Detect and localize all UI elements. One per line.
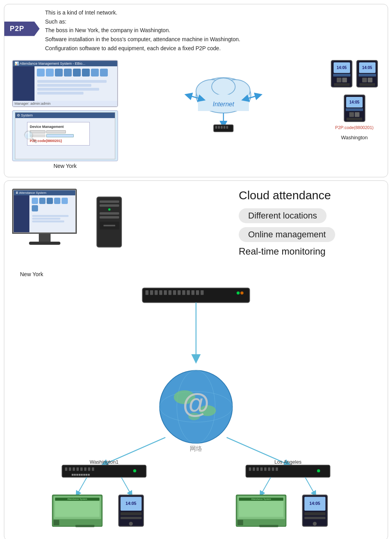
svg-text:Attendance System: Attendance System [67,498,87,501]
p2p-center: Internet [122,60,325,138]
svg-rect-57 [249,468,251,471]
tower-pc [96,197,122,248]
svg-rect-30 [201,290,204,295]
svg-rect-63 [272,468,274,471]
svg-line-69 [261,477,270,494]
svg-rect-26 [182,290,185,295]
svg-text:■■■■■■■■: ■■■■■■■■ [71,472,90,477]
monitor-base [29,242,60,245]
svg-rect-24 [173,290,176,295]
cloud-left: 🖥 Attendance System [12,189,231,277]
internet-diagram-svg: Internet [180,60,267,138]
svg-rect-82 [121,517,142,519]
cloud-right: Cloud attendance Different locations Onl… [231,189,380,262]
svg-rect-18 [145,290,149,295]
screen-footer: Manager: admin:admin [13,101,117,106]
svg-line-67 [77,477,87,494]
cloud-title: Cloud attendance [239,189,380,202]
software-screenshot-1: 📊 Attendance Management System - EBio... [12,60,118,107]
svg-rect-17 [142,288,250,303]
svg-rect-51 [88,468,90,471]
network-diagram: @ 网络 ■■■■■■■■ Washington1 [12,281,380,532]
svg-rect-58 [253,468,255,471]
svg-rect-77 [75,525,94,527]
device-3: 14:05 [344,95,365,122]
svg-rect-21 [159,290,162,295]
screen-title: 📊 Attendance Management System - EBio... [13,61,117,66]
svg-rect-20 [154,290,158,295]
desc-line-5: Configuration software to add equipment,… [45,44,240,53]
p2p-code-label-right: P2P:code(8800201) [335,125,374,130]
monitor-screen: 🖥 Attendance System [12,189,77,234]
p2p-left-column: 📊 Attendance Management System - EBio... [12,60,118,169]
device-screen-2: 14:05 [359,62,376,73]
monitor-wrap: 🖥 Attendance System [12,189,77,245]
desc-line-1: This is a kind of Intel network. [45,9,240,17]
svg-rect-76 [54,520,60,526]
svg-point-3 [212,78,235,95]
p2p-code-inline: P2P:code(8800201) [30,139,87,143]
svg-rect-46 [69,468,71,471]
device-2: 14:05 [356,60,378,87]
svg-rect-48 [76,468,79,471]
new-york-label: New York [53,163,76,169]
svg-rect-47 [73,468,75,471]
computer-setup: 🖥 Attendance System [12,189,126,267]
feature-real-time: Real-time monitoring [239,246,380,257]
svg-text:Internet: Internet [213,101,234,107]
svg-point-96 [313,522,317,526]
p2p-description: This is a kind of Intel network. Such as… [45,4,244,53]
svg-text:Washington1: Washington1 [90,459,119,465]
svg-rect-94 [305,512,326,515]
svg-rect-59 [256,468,259,471]
svg-rect-50 [84,468,87,471]
svg-text:@: @ [183,388,210,419]
tower-slot-2 [100,204,119,207]
svg-rect-45 [65,468,67,471]
svg-line-68 [121,477,131,494]
feature-different-locations: Different locations [239,208,327,223]
svg-text:网络: 网络 [190,446,202,452]
cloud-header: 🖥 Attendance System [12,189,380,277]
svg-rect-95 [305,517,326,519]
svg-point-32 [240,291,243,295]
svg-line-70 [305,477,314,494]
cloud-attendance-section: 🖥 Attendance System [4,180,388,539]
svg-rect-62 [268,468,270,471]
device-1: 14:05 [331,60,352,87]
svg-rect-52 [92,468,94,471]
desc-line-2: Such as: [45,18,240,26]
svg-point-65 [317,470,320,473]
svg-point-83 [129,522,133,526]
svg-rect-29 [196,290,199,295]
screen2-title: ⚙ System [15,113,115,118]
svg-rect-64 [276,468,278,471]
svg-rect-89 [238,520,243,526]
svg-text:Attendance System: Attendance System [251,498,271,501]
svg-rect-14 [221,126,223,129]
svg-rect-61 [264,468,267,471]
tower-slot-3 [100,212,119,215]
tower-slot-4 [100,216,119,219]
svg-rect-60 [260,468,263,471]
svg-rect-13 [218,126,220,129]
svg-rect-28 [191,290,194,295]
device-row-top: 14:05 14:05 [331,60,378,87]
cloud-new-york-label: New York [12,271,43,277]
svg-rect-22 [164,290,167,295]
device-screen-1: 14:05 [334,62,350,73]
svg-rect-12 [215,126,217,129]
monitor-stand [39,234,51,242]
tower-power-light [108,208,111,211]
svg-rect-27 [187,290,190,295]
internet-cloud: Internet [180,60,267,138]
desc-line-4: Software installation in the boss's comp… [45,35,240,44]
svg-rect-81 [121,512,142,515]
svg-text:14:05: 14:05 [125,501,136,506]
p2p-header: P2P This is a kind of Intel network. Suc… [4,4,388,53]
svg-rect-90 [259,525,278,527]
tower-slot-1 [100,200,119,203]
svg-rect-23 [169,290,172,295]
feature-online-management: Online management [239,227,335,242]
washington-label: Washington [341,135,368,140]
